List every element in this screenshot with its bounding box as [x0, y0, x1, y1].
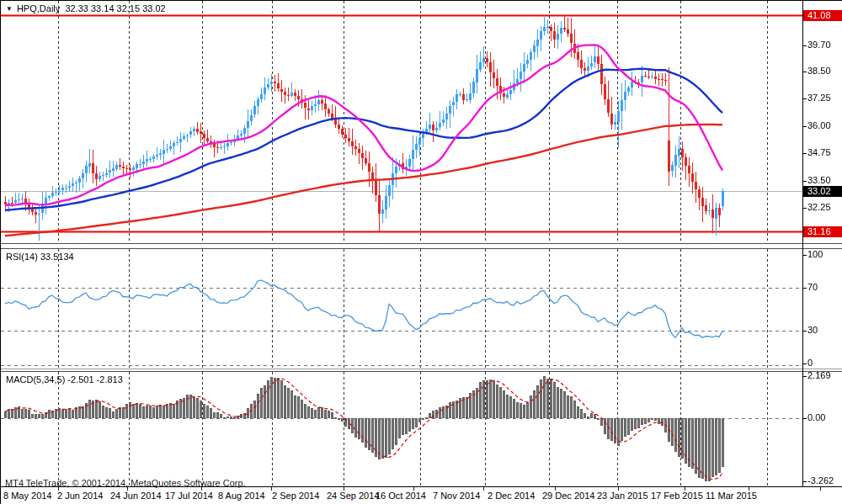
- rsi-axis-label: 30: [807, 325, 818, 335]
- macd-axis-label: -3.262: [807, 475, 834, 485]
- date-tick-mark: [685, 487, 685, 491]
- rsi-axis-label-tick: [802, 288, 807, 289]
- copyright-text: MT4 TeleTrade, © 2001-2014, MetaQuotes S…: [5, 478, 246, 488]
- date-label: 23 Jan 2015: [597, 491, 648, 501]
- date-label: 24 Sep 2014: [327, 491, 379, 501]
- price-axis-label: 34.75: [807, 147, 831, 157]
- rsi-axis-label-tick: [802, 255, 807, 256]
- rsi-axis-label: 70: [807, 282, 818, 292]
- mt4-chart-window: ▼HPQ,Daily 32.33 33.14 32.15 33.02 RSI(1…: [0, 0, 842, 504]
- date-tick-mark: [271, 487, 272, 491]
- rsi-axis-label-tick: [802, 331, 807, 332]
- date-label: 17 Jul 2014: [165, 491, 213, 501]
- separator-main-rsi-top[interactable]: [1, 243, 842, 244]
- rsi-axis-label: 100: [807, 249, 823, 259]
- price-axis-label-tick: [802, 153, 807, 154]
- price-axis-label: 39.70: [807, 40, 831, 50]
- separator-rsi-macd-top[interactable]: [1, 369, 842, 369]
- date-tick-mark: [483, 487, 484, 491]
- macd-axis-label-tick: [802, 376, 807, 377]
- date-label: 11 Mar 2015: [706, 491, 757, 501]
- price-axis-label: 32.25: [807, 202, 831, 212]
- price-axis-label: 38.50: [807, 66, 831, 76]
- price-badge: 41.08: [803, 10, 842, 21]
- date-label: 17 Feb 2015: [651, 491, 703, 501]
- macd-axis-label: 0.00: [807, 412, 825, 422]
- macd-axis-label: 2.169: [807, 370, 831, 380]
- date-label: 8 May 2014: [3, 491, 51, 501]
- ohlc-readout: 32.33 33.14 32.15 33.02: [65, 3, 165, 13]
- price-axis-label-tick: [802, 45, 807, 46]
- date-axis[interactable]: 8 May 20142 Jun 201424 Jun 201417 Jul 20…: [1, 487, 842, 504]
- date-tick-mark: [820, 487, 821, 491]
- date-label: 7 Nov 2014: [433, 491, 480, 501]
- rsi-panel-label: RSI(14) 33.5134: [6, 252, 74, 262]
- date-label: 8 Aug 2014: [218, 491, 265, 501]
- symbol-dropdown-icon[interactable]: ▼: [6, 5, 13, 13]
- price-axis-label-tick: [802, 72, 807, 72]
- price-axis-label-tick: [802, 208, 807, 209]
- separator-main-rsi-bottom[interactable]: [1, 248, 842, 249]
- date-label: 16 Oct 2014: [376, 491, 426, 501]
- price-axis-label-tick: [802, 181, 807, 182]
- rsi-axis-label: 0: [807, 358, 813, 368]
- price-badge: 33.02: [803, 186, 842, 197]
- date-tick-mark: [555, 487, 556, 491]
- macd-axis-label-tick: [802, 418, 807, 419]
- date-label: 2 Jun 2014: [57, 491, 103, 501]
- separator-rsi-macd-bottom[interactable]: [1, 371, 842, 372]
- macd-panel-label: MACD(5,34,5) -2.501 -2.813: [6, 374, 123, 385]
- price-axis-label: 36.00: [807, 120, 831, 130]
- price-badge: 31.16: [803, 226, 842, 237]
- symbol-timeframe-label: HPQ,Daily: [17, 3, 60, 13]
- chart-plot-canvas[interactable]: [1, 1, 802, 487]
- macd-axis-label-tick: [802, 481, 807, 482]
- date-label: 2 Sep 2014: [272, 491, 319, 501]
- date-tick-mark: [749, 487, 749, 491]
- date-label: 29 Dec 2014: [542, 491, 594, 501]
- price-axis-label-tick: [802, 98, 807, 99]
- price-axis-label: 37.25: [807, 93, 831, 103]
- date-tick-mark: [413, 487, 414, 491]
- date-tick-mark: [344, 487, 344, 491]
- symbol-header: ▼HPQ,Daily 32.33 33.14 32.15 33.02: [6, 3, 166, 13]
- date-label: 24 Jun 2014: [110, 491, 162, 501]
- date-label: 2 Dec 2014: [488, 491, 535, 501]
- price-axis-label: 33.50: [807, 175, 831, 185]
- date-tick-mark: [618, 487, 619, 491]
- rsi-axis-label-tick: [802, 363, 807, 364]
- price-axis-label-tick: [802, 126, 807, 127]
